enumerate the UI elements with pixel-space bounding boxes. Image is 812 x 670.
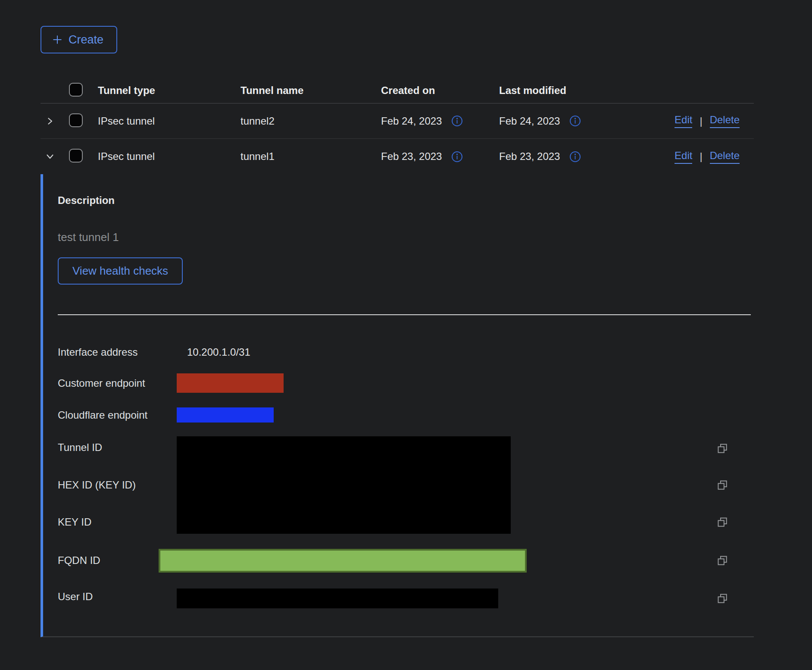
customer-endpoint-label: Customer endpoint bbox=[58, 377, 145, 390]
key-id-label: KEY ID bbox=[58, 516, 91, 529]
details-divider bbox=[58, 314, 751, 315]
create-button[interactable]: Create bbox=[41, 26, 117, 53]
select-all-checkbox[interactable] bbox=[69, 83, 83, 97]
view-health-checks-label: View health checks bbox=[72, 264, 168, 278]
created-on-cell: Feb 23, 2023 bbox=[381, 150, 442, 163]
tunnel-id-label: Tunnel ID bbox=[58, 441, 102, 454]
description-label: Description bbox=[58, 174, 754, 207]
tunnel-table: Tunnel type Tunnel name Created on Last … bbox=[41, 78, 754, 637]
description-value: test tunnel 1 bbox=[58, 231, 754, 244]
table-row-tunnel2: IPsec tunnel tunnel2 Feb 24, 2023 Feb 24… bbox=[41, 103, 754, 139]
copy-key-id-icon[interactable] bbox=[716, 516, 728, 528]
header-last-modified: Last modified bbox=[499, 85, 664, 97]
tunnel-name-cell: tunnel1 bbox=[240, 150, 381, 163]
customer-endpoint-redaction bbox=[177, 373, 284, 393]
cloudflare-endpoint-label: Cloudflare endpoint bbox=[58, 409, 147, 422]
tunnels-page: Create Tunnel type Tunnel name Created o… bbox=[0, 0, 812, 670]
copy-fqdn-id-icon[interactable] bbox=[716, 554, 728, 567]
edit-link[interactable]: Edit bbox=[675, 114, 692, 128]
ids-redaction bbox=[177, 436, 511, 534]
plus-icon bbox=[52, 34, 63, 45]
row-checkbox[interactable] bbox=[69, 149, 83, 163]
tunnel-type-cell: IPsec tunnel bbox=[98, 115, 240, 127]
last-modified-cell: Feb 23, 2023 bbox=[499, 150, 560, 163]
tunnel-ids-group: Tunnel ID HEX ID (KEY ID) KEY ID bbox=[58, 436, 751, 534]
fqdn-id-label: FQDN ID bbox=[58, 554, 100, 567]
table-row-tunnel1: IPsec tunnel tunnel1 Feb 23, 2023 Feb 23… bbox=[41, 139, 754, 174]
delete-link[interactable]: Delete bbox=[710, 150, 740, 164]
info-icon[interactable] bbox=[451, 151, 463, 163]
collapse-row-button[interactable] bbox=[41, 152, 69, 161]
user-id-label: User ID bbox=[58, 590, 93, 603]
user-id-redaction bbox=[177, 589, 498, 608]
hex-id-label: HEX ID (KEY ID) bbox=[58, 479, 136, 492]
copy-user-id-icon[interactable] bbox=[716, 592, 728, 604]
interface-address-value: 10.200.1.0/31 bbox=[187, 346, 250, 359]
last-modified-cell: Feb 24, 2023 bbox=[499, 115, 560, 127]
header-created-on: Created on bbox=[381, 85, 499, 97]
fqdn-id-redaction bbox=[159, 549, 527, 573]
copy-tunnel-id-icon[interactable] bbox=[716, 442, 728, 454]
header-tunnel-name: Tunnel name bbox=[240, 85, 381, 97]
page-content: Create Tunnel type Tunnel name Created o… bbox=[41, 0, 754, 637]
cloudflare-endpoint-row: Cloudflare endpoint bbox=[58, 407, 751, 423]
chevron-right-icon bbox=[46, 117, 54, 125]
actions-separator: | bbox=[700, 115, 702, 127]
actions-separator: | bbox=[700, 150, 702, 163]
create-button-label: Create bbox=[69, 33, 103, 47]
user-id-row: User ID bbox=[58, 589, 751, 608]
info-icon[interactable] bbox=[569, 151, 581, 163]
interface-address-label: Interface address bbox=[58, 346, 137, 359]
header-tunnel-type: Tunnel type bbox=[98, 85, 240, 97]
edit-link[interactable]: Edit bbox=[675, 150, 692, 164]
row-checkbox[interactable] bbox=[69, 113, 83, 127]
created-on-cell: Feb 24, 2023 bbox=[381, 115, 442, 127]
expand-row-button[interactable] bbox=[41, 117, 69, 125]
interface-address-row: Interface address 10.200.1.0/31 bbox=[58, 346, 751, 359]
fqdn-id-row: FQDN ID bbox=[58, 549, 751, 573]
delete-link[interactable]: Delete bbox=[710, 114, 740, 128]
tunnel-details-panel: Description test tunnel 1 View health ch… bbox=[41, 174, 754, 637]
info-icon[interactable] bbox=[451, 115, 463, 127]
customer-endpoint-row: Customer endpoint bbox=[58, 373, 751, 393]
cloudflare-endpoint-redaction bbox=[177, 407, 274, 423]
tunnel-type-cell: IPsec tunnel bbox=[98, 150, 240, 163]
view-health-checks-button[interactable]: View health checks bbox=[58, 257, 183, 285]
info-icon[interactable] bbox=[569, 115, 581, 127]
table-header-row: Tunnel type Tunnel name Created on Last … bbox=[41, 78, 754, 103]
tunnel-name-cell: tunnel2 bbox=[240, 115, 381, 127]
chevron-down-icon bbox=[46, 152, 54, 161]
copy-hex-id-icon[interactable] bbox=[716, 479, 728, 491]
